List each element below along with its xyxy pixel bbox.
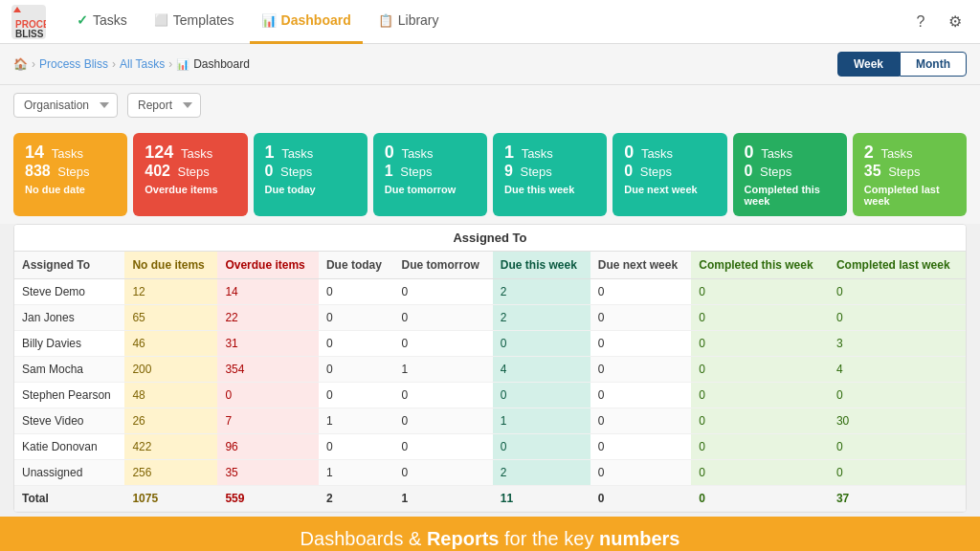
card-sub-label: Completed last week xyxy=(864,184,955,207)
cell-value: 0 xyxy=(691,305,829,331)
template-icon: ⬜ xyxy=(154,13,168,27)
cell-value: 0 xyxy=(493,331,590,357)
cell-value: 22 xyxy=(217,305,318,331)
breadcrumb-sep-3: › xyxy=(168,57,172,71)
breadcrumb-current: Dashboard xyxy=(193,57,250,71)
cell-name: Steve Demo xyxy=(14,279,124,305)
nav-items: ✓ Tasks ⬜ Templates 📊 Dashboard 📋 Librar… xyxy=(65,0,907,44)
cell-value: 30 xyxy=(829,408,966,434)
footer-text: Dashboards & Reports for the key numbers xyxy=(301,528,680,550)
nav-library-label: Library xyxy=(398,12,439,28)
assigned-to-table-section: Assigned To Assigned ToNo due itemsOverd… xyxy=(13,224,967,513)
cell-value: 96 xyxy=(217,434,318,460)
cell-value: 0 xyxy=(393,460,492,486)
week-button[interactable]: Week xyxy=(837,52,900,77)
footer-text-bold1: Reports xyxy=(427,528,500,549)
th-due-next-week: Due next week xyxy=(590,252,691,279)
card-task-count: 0 xyxy=(624,143,634,162)
settings-button[interactable]: ⚙ xyxy=(942,9,969,35)
cell-value: 37 xyxy=(829,486,966,512)
card-task-count: 2 xyxy=(864,143,874,162)
cell-value: 1 xyxy=(393,486,492,512)
cell-value: 1 xyxy=(493,408,590,434)
nav-item-library[interactable]: 📋 Library xyxy=(367,0,451,44)
cell-value: 0 xyxy=(691,434,829,460)
organisation-filter[interactable]: Organisation xyxy=(13,93,118,118)
cell-value: 4 xyxy=(493,357,590,383)
cell-value: 0 xyxy=(393,383,492,408)
summary-card-due-next-week[interactable]: 0 Tasks 0 Steps Due next week xyxy=(612,133,726,216)
svg-text:BLISS: BLISS xyxy=(15,29,44,39)
cell-value: 0 xyxy=(493,383,590,408)
table-row: Jan Jones6522002000 xyxy=(14,305,966,331)
summary-card-overdue[interactable]: 124 Tasks 402 Steps Overdue items xyxy=(133,133,247,216)
cell-value: 0 xyxy=(319,357,394,383)
card-task-count: 0 xyxy=(745,143,754,162)
cell-value: 1 xyxy=(319,408,394,434)
th-due-tomorrow: Due tomorrow xyxy=(393,252,492,279)
footer-text-2: for the key xyxy=(499,528,599,549)
card-task-label: Tasks xyxy=(401,146,433,161)
th-no-due-items: No due items xyxy=(124,252,217,279)
nav-item-tasks[interactable]: ✓ Tasks xyxy=(65,0,139,44)
cell-value: 4 xyxy=(829,357,966,383)
card-task-count: 1 xyxy=(504,143,514,162)
footer-text-1: Dashboards & xyxy=(301,528,427,549)
cell-value: 0 xyxy=(691,460,829,486)
breadcrumb-sep-1: › xyxy=(32,57,35,71)
week-month-toggle: Week Month xyxy=(837,52,967,77)
cell-value: 0 xyxy=(691,408,829,434)
cell-value: 14 xyxy=(217,279,318,305)
cell-value: 0 xyxy=(217,383,318,408)
card-step-label: Steps xyxy=(888,165,920,179)
nav-item-templates[interactable]: ⬜ Templates xyxy=(143,0,246,44)
cell-value: 0 xyxy=(829,460,966,486)
cell-value: 0 xyxy=(590,486,691,512)
card-step-count: 35 xyxy=(864,163,881,179)
cell-value: 0 xyxy=(319,279,394,305)
report-filter[interactable]: Report xyxy=(127,93,201,118)
month-button[interactable]: Month xyxy=(900,52,967,77)
cell-value: 0 xyxy=(590,460,691,486)
summary-card-completed-week[interactable]: 0 Tasks 0 Steps Completed this week xyxy=(733,133,847,216)
card-step-count: 0 xyxy=(265,163,274,179)
cell-value: 2 xyxy=(319,486,394,512)
cell-value: 11 xyxy=(493,486,590,512)
filter-bar: Organisation Report xyxy=(0,85,980,125)
summary-card-no-due[interactable]: 14 Tasks 838 Steps No due date xyxy=(13,133,127,216)
card-task-label: Tasks xyxy=(880,146,912,161)
card-task-count: 14 xyxy=(25,143,44,162)
card-task-label: Tasks xyxy=(52,146,83,161)
footer-banner: Dashboards & Reports for the key numbers xyxy=(0,517,980,551)
table-row: Unassigned25635102000 xyxy=(14,460,966,486)
card-step-label: Steps xyxy=(640,165,672,179)
summary-card-completed-last-week[interactable]: 2 Tasks 35 Steps Completed last week xyxy=(853,133,967,216)
summary-card-due-tomorrow[interactable]: 0 Tasks 1 Steps Due tomorrow xyxy=(373,133,487,216)
cell-value: 0 xyxy=(393,331,492,357)
card-step-count: 1 xyxy=(385,163,393,179)
cell-value: 65 xyxy=(124,305,217,331)
breadcrumb-bar: 🏠 › Process Bliss › All Tasks › 📊 Dashbo… xyxy=(0,44,980,85)
cell-value: 0 xyxy=(590,331,691,357)
card-step-count: 838 xyxy=(25,163,51,179)
nav-item-dashboard[interactable]: 📊 Dashboard xyxy=(250,0,363,44)
assigned-to-table: Assigned ToNo due itemsOverdue itemsDue … xyxy=(14,252,966,512)
cell-value: 354 xyxy=(217,357,318,383)
cell-value: 0 xyxy=(319,383,394,408)
card-step-count: 0 xyxy=(624,163,633,179)
cell-name: Billy Davies xyxy=(14,331,124,357)
card-sub-label: Due next week xyxy=(624,184,715,195)
summary-card-due-week[interactable]: 1 Tasks 9 Steps Due this week xyxy=(493,133,607,216)
cell-value: 31 xyxy=(217,331,318,357)
breadcrumb-all-tasks[interactable]: All Tasks xyxy=(120,57,165,71)
cell-value: 2 xyxy=(493,460,590,486)
help-button[interactable]: ? xyxy=(907,9,934,35)
home-icon[interactable]: 🏠 xyxy=(13,57,28,71)
cell-value: 0 xyxy=(319,331,394,357)
table-row: Steve Video2671010030 xyxy=(14,408,966,434)
breadcrumb-process-bliss[interactable]: Process Bliss xyxy=(39,57,108,71)
nav-dashboard-label: Dashboard xyxy=(281,12,351,28)
nav-right: ? ⚙ xyxy=(907,9,969,35)
cell-value: 0 xyxy=(829,279,966,305)
summary-card-due-today[interactable]: 1 Tasks 0 Steps Due today xyxy=(254,133,368,216)
